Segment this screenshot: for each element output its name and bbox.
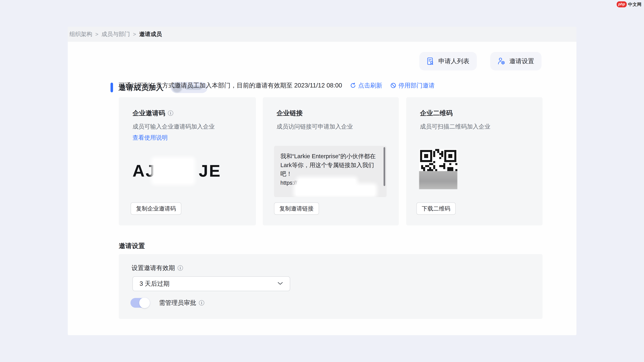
qr-redacted-blur bbox=[419, 171, 457, 189]
ban-icon bbox=[390, 82, 396, 89]
php-logo-badge: php bbox=[617, 1, 627, 7]
redacted-url-blur-2 bbox=[296, 186, 375, 195]
breadcrumb-separator: > bbox=[95, 31, 98, 37]
info-icon[interactable] bbox=[168, 110, 173, 116]
invite-code-title-text: 企业邀请码 bbox=[132, 109, 165, 118]
breadcrumb-separator: > bbox=[133, 31, 136, 37]
breadcrumb-invite-members: 邀请成员 bbox=[139, 30, 162, 38]
qr-title-text: 企业二维码 bbox=[420, 109, 453, 118]
validity-selected-value: 3 天后过期 bbox=[140, 280, 278, 288]
invite-settings-label: 邀请设置 bbox=[509, 57, 534, 65]
title-accent-bar bbox=[110, 83, 113, 92]
validity-label: 设置邀请有效期 bbox=[132, 264, 175, 272]
qr-code-card: 企业二维码 成员可扫描二维码加入企业 下载二维码 bbox=[406, 97, 542, 225]
invite-code-description: 成员可输入企业邀请码加入企业 bbox=[132, 123, 215, 131]
invite-code-card-title: 企业邀请码 bbox=[132, 109, 173, 118]
invite-info-row: 可通过下列任意方式邀请员工加入本部门，目前的邀请有效期至 2023/11/12 … bbox=[119, 80, 435, 90]
person-gear-icon bbox=[498, 57, 505, 65]
invite-settings-button[interactable]: 邀请设置 bbox=[490, 52, 542, 70]
invite-link-description: 成员访问链接可申请加入企业 bbox=[276, 123, 353, 131]
copy-invite-link-button[interactable]: 复制邀请链接 bbox=[274, 202, 319, 215]
redacted-code-blur bbox=[154, 159, 193, 183]
share-message-box: 我和“Larkie Enterprise”的小伙伴都在Lark等你，用这个专属链… bbox=[274, 146, 386, 197]
breadcrumb-org-structure[interactable]: 组织架构 bbox=[70, 30, 92, 38]
share-message-text: 我和“Larkie Enterprise”的小伙伴都在Lark等你，用这个专属链… bbox=[280, 152, 380, 178]
watermark-site-name: 中文网 bbox=[628, 1, 642, 7]
redacted-url-blur bbox=[298, 179, 355, 187]
disable-link-label: 停用部门邀请 bbox=[398, 81, 435, 90]
invite-settings-panel: 设置邀请有效期 3 天后过期 需管理员审批 bbox=[119, 254, 542, 319]
invite-link-card-title: 企业链接 bbox=[276, 109, 303, 118]
invite-code-end: JE bbox=[199, 161, 221, 180]
applicant-list-icon bbox=[427, 57, 434, 65]
qr-code-graphic bbox=[419, 149, 457, 189]
invite-code-start: AJ bbox=[132, 161, 156, 180]
copy-invite-code-button[interactable]: 复制企业邀请码 bbox=[131, 202, 181, 215]
main-panel: 组织架构 > 成员与部门 > 邀请成员 邀请成员加入 申请人列表 bbox=[68, 27, 576, 335]
enterprise-invite-code: AJ JE bbox=[132, 161, 242, 182]
php-cn-watermark: php 中文网 bbox=[617, 1, 642, 7]
admin-approval-toggle[interactable] bbox=[130, 298, 150, 308]
admin-approval-label: 需管理员审批 bbox=[159, 299, 196, 307]
breadcrumb: 组织架构 > 成员与部门 > 邀请成员 bbox=[68, 27, 576, 42]
usage-instructions-link[interactable]: 查看使用说明 bbox=[132, 134, 168, 142]
toggle-knob bbox=[139, 298, 150, 308]
qr-card-title: 企业二维码 bbox=[420, 109, 453, 118]
applicant-list-label: 申请人列表 bbox=[438, 57, 470, 65]
breadcrumb-members-departments[interactable]: 成员与部门 bbox=[102, 30, 130, 38]
info-icon[interactable] bbox=[199, 300, 204, 306]
invite-code-card: 企业邀请码 成员可输入企业邀请码加入企业 查看使用说明 AJ JE 复制企业邀请… bbox=[119, 97, 256, 225]
chevron-down-icon bbox=[278, 282, 283, 286]
url-prefix: https:// bbox=[280, 180, 297, 186]
invite-link-card: 企业链接 成员访问链接可申请加入企业 我和“Larkie Enterprise”… bbox=[263, 97, 399, 225]
invite-validity-message: 可通过下列任意方式邀请员工加入本部门，目前的邀请有效期至 2023/11/12 … bbox=[119, 81, 342, 90]
applicant-list-button[interactable]: 申请人列表 bbox=[419, 52, 477, 70]
message-scrollbar[interactable] bbox=[384, 147, 385, 186]
invite-url-line: https:// /i bbox=[280, 179, 380, 187]
refresh-link[interactable]: 点击刷新 bbox=[350, 81, 382, 90]
qr-description: 成员可扫描二维码加入企业 bbox=[420, 123, 490, 131]
download-qr-button[interactable]: 下载二维码 bbox=[416, 202, 456, 215]
refresh-link-label: 点击刷新 bbox=[358, 81, 382, 90]
validity-label-row: 设置邀请有效期 bbox=[132, 264, 183, 272]
refresh-icon bbox=[350, 82, 356, 89]
info-icon[interactable] bbox=[178, 265, 183, 271]
admin-approval-label-row: 需管理员审批 bbox=[159, 299, 204, 307]
validity-select[interactable]: 3 天后过期 bbox=[132, 276, 290, 291]
toolbar: 申请人列表 邀请设置 bbox=[419, 52, 542, 70]
invite-settings-section-title: 邀请设置 bbox=[119, 241, 145, 250]
disable-department-invite-link[interactable]: 停用部门邀请 bbox=[390, 81, 435, 90]
admin-approval-row: 需管理员审批 bbox=[130, 298, 204, 308]
invite-link-title-text: 企业链接 bbox=[276, 109, 303, 118]
